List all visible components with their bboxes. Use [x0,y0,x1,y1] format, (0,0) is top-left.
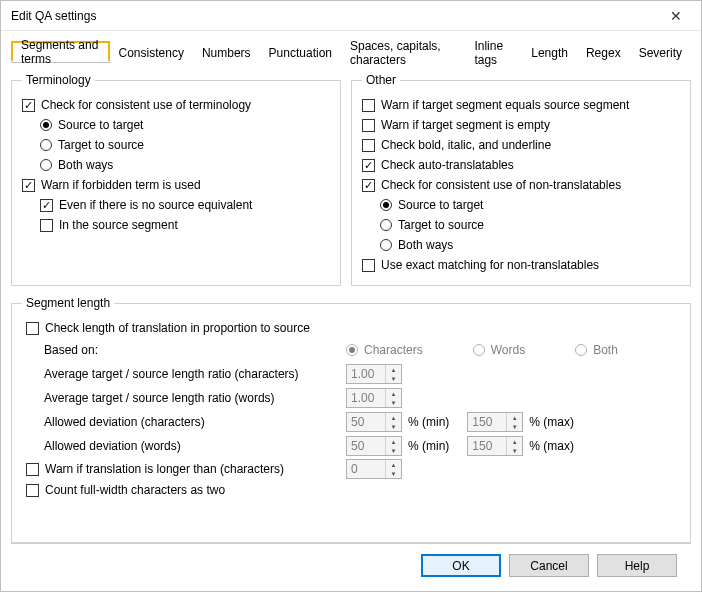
chevron-up-icon: ▲ [386,365,401,374]
check-warn-target-empty[interactable] [362,119,375,132]
close-icon: ✕ [670,8,682,24]
tab-segments-and-terms[interactable]: Segments and terms [11,41,110,62]
cancel-button[interactable]: Cancel [509,554,589,577]
spin-warn-longer: ▲▼ [346,459,402,479]
dialog-window: Edit QA settings ✕ Segments and terms Co… [0,0,702,592]
tab-numbers[interactable]: Numbers [193,42,260,63]
check-consistent-nontranslatables[interactable] [362,179,375,192]
radio-term-target-to-source[interactable] [40,139,52,151]
check-bold-italic-underline[interactable] [362,139,375,152]
radio-term-source-to-target[interactable] [40,119,52,131]
close-button[interactable]: ✕ [659,4,693,28]
input-warn-longer [347,460,385,478]
check-count-fullwidth-two[interactable] [26,484,39,497]
radio-basedon-characters [346,344,358,356]
chevron-down-icon: ▼ [507,422,522,431]
check-consistent-terminology[interactable] [22,99,35,112]
tab-spaces-capitals-chars[interactable]: Spaces, capitals, characters [341,42,465,63]
chevron-down-icon: ▼ [386,469,401,478]
check-exact-matching-nontranslatables[interactable] [362,259,375,272]
check-even-no-source-equiv[interactable] [40,199,53,212]
check-warn-forbidden-term[interactable] [22,179,35,192]
chevron-up-icon: ▲ [386,389,401,398]
dialog-footer: OK Cancel Help [11,543,691,591]
check-consistent-terminology-label: Check for consistent use of terminology [41,98,251,112]
input-dev-words-min [347,437,385,455]
input-dev-chars-max [468,413,506,431]
chevron-up-icon: ▲ [507,413,522,422]
radio-nt-source-to-target[interactable] [380,199,392,211]
tab-regex[interactable]: Regex [577,42,630,63]
group-terminology: Terminology Check for consistent use of … [11,73,341,286]
tab-strip: Segments and terms Consistency Numbers P… [11,41,691,63]
radio-nt-both-ways[interactable] [380,239,392,251]
window-title: Edit QA settings [11,9,659,23]
chevron-down-icon: ▼ [386,422,401,431]
chevron-up-icon: ▲ [386,460,401,469]
check-warn-target-equals-source[interactable] [362,99,375,112]
chevron-down-icon: ▼ [386,374,401,383]
check-in-source-segment[interactable] [40,219,53,232]
tab-inline-tags[interactable]: Inline tags [465,42,522,63]
chevron-up-icon: ▲ [386,437,401,446]
input-ratio-chars [347,365,385,383]
content-area: Segments and terms Consistency Numbers P… [1,31,701,591]
input-dev-chars-min [347,413,385,431]
spin-dev-chars-max: ▲▼ [467,412,523,432]
spin-dev-words-min: ▲▼ [346,436,402,456]
radio-term-both-ways[interactable] [40,159,52,171]
check-auto-translatables[interactable] [362,159,375,172]
help-button[interactable]: Help [597,554,677,577]
chevron-up-icon: ▲ [386,413,401,422]
ok-button[interactable]: OK [421,554,501,577]
check-length-proportion[interactable] [26,322,39,335]
chevron-down-icon: ▼ [386,446,401,455]
titlebar: Edit QA settings ✕ [1,1,701,31]
spin-ratio-words: ▲▼ [346,388,402,408]
input-dev-words-max [468,437,506,455]
chevron-down-icon: ▼ [386,398,401,407]
input-ratio-words [347,389,385,407]
check-warn-longer-than[interactable] [26,463,39,476]
spin-dev-words-max: ▲▼ [467,436,523,456]
spin-ratio-chars: ▲▼ [346,364,402,384]
tab-punctuation[interactable]: Punctuation [260,42,341,63]
tab-severity[interactable]: Severity [630,42,691,63]
group-terminology-legend: Terminology [22,73,95,87]
tab-consistency[interactable]: Consistency [110,42,193,63]
group-segment-length: Segment length Check length of translati… [11,296,691,543]
radio-nt-target-to-source[interactable] [380,219,392,231]
group-segment-length-legend: Segment length [22,296,114,310]
group-other: Other Warn if target segment equals sour… [351,73,691,286]
radio-basedon-words [473,344,485,356]
tab-length[interactable]: Length [522,42,577,63]
chevron-down-icon: ▼ [507,446,522,455]
group-other-legend: Other [362,73,400,87]
radio-basedon-both [575,344,587,356]
chevron-up-icon: ▲ [507,437,522,446]
spin-dev-chars-min: ▲▼ [346,412,402,432]
